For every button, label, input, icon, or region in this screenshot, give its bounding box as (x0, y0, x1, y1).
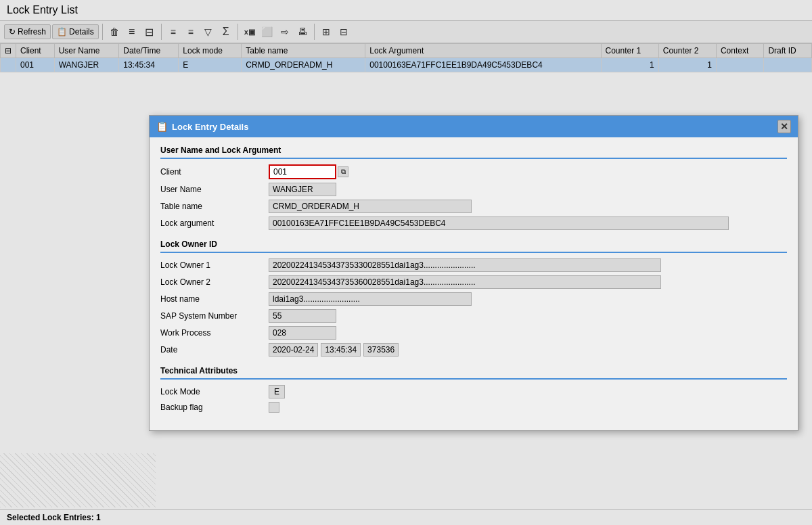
section-user-name-lock: User Name and Lock Argument Client ⧉ Use… (160, 145, 787, 230)
field-value-tablename: CRMD_ORDERADM_H (269, 200, 472, 213)
field-row-hostname: Host name ldai1ag3......................… (160, 292, 787, 306)
field-label-workprocess: Work Process (160, 328, 269, 338)
client-input[interactable] (269, 164, 336, 179)
field-label-client: Client (160, 167, 269, 177)
field-value-lockargument: 00100163EA71FFC1EE1B9DA49C5453DEBC4 (269, 216, 729, 230)
field-row-lockowner2: Lock Owner 2 202002241345343735360028551… (160, 275, 787, 289)
field-row-date: Date 2020-02-24 13:45:34 373536 (160, 343, 787, 357)
field-label-lockargument: Lock argument (160, 219, 269, 228)
field-value-ms: 373536 (363, 343, 399, 357)
field-row-client: Client ⧉ (160, 164, 787, 179)
modal-title-text: Lock Entry Details (172, 122, 248, 132)
modal-close-button[interactable]: ✕ (777, 120, 791, 133)
field-row-lockargument: Lock argument 00100163EA71FFC1EE1B9DA49C… (160, 216, 787, 230)
client-wrapper: ⧉ (269, 164, 348, 179)
field-value-lockowner1: 202002241345343735330028551dai1ag3......… (269, 258, 661, 272)
field-value-time: 13:45:34 (321, 343, 361, 357)
field-value-username: WANGJER (269, 183, 336, 196)
field-value-date: 2020-02-24 (269, 343, 318, 357)
field-row-tablename: Table name CRMD_ORDERADM_H (160, 200, 787, 213)
field-label-lockmode: Lock Mode (160, 387, 269, 396)
field-value-lockmode: E (269, 385, 285, 398)
field-row-backupflag: Backup flag (160, 402, 787, 413)
field-value-lockowner2: 202002241345343735360028551dai1ag3......… (269, 275, 661, 289)
section-header-user-name: User Name and Lock Argument (160, 145, 787, 159)
date-group: 2020-02-24 13:45:34 373536 (269, 343, 399, 357)
field-row-workprocess: Work Process 028 (160, 326, 787, 340)
section-header-technical: Technical Attributes (160, 366, 787, 380)
field-value-backupflag[interactable] (269, 402, 279, 413)
field-label-lockowner2: Lock Owner 2 (160, 277, 269, 287)
modal-dialog: 📋 Lock Entry Details ✕ User Name and Loc… (149, 115, 798, 431)
field-row-lockowner1: Lock Owner 1 202002241345343735330028551… (160, 258, 787, 272)
field-label-hostname: Host name (160, 294, 269, 304)
field-value-sysnum: 55 (269, 309, 336, 323)
field-label-date: Date (160, 345, 269, 355)
field-label-tablename: Table name (160, 202, 269, 211)
section-technical: Technical Attributes Lock Mode E Backup … (160, 366, 787, 413)
modal-title-left: 📋 Lock Entry Details (156, 121, 248, 132)
main-window: Lock Entry List ↻ Refresh 📋 Details 🗑 ≡ … (0, 0, 812, 525)
modal-title-icon: 📋 (156, 121, 168, 132)
field-label-username: User Name (160, 185, 269, 194)
field-value-workprocess: 028 (269, 326, 336, 340)
field-label-backupflag: Backup flag (160, 403, 269, 412)
field-row-lockmode: Lock Mode E (160, 385, 787, 398)
client-copy-icon[interactable]: ⧉ (338, 166, 348, 177)
section-lock-owner: Lock Owner ID Lock Owner 1 2020022413453… (160, 239, 787, 357)
field-row-sysnum: SAP System Number 55 (160, 309, 787, 323)
modal-body: User Name and Lock Argument Client ⧉ Use… (150, 137, 798, 430)
field-value-hostname: ldai1ag3......................... (269, 292, 472, 306)
section-header-lockowner: Lock Owner ID (160, 239, 787, 253)
field-label-sysnum: SAP System Number (160, 311, 269, 321)
modal-title-bar: 📋 Lock Entry Details ✕ (150, 116, 798, 137)
field-row-username: User Name WANGJER (160, 183, 787, 196)
field-label-lockowner1: Lock Owner 1 (160, 260, 269, 270)
